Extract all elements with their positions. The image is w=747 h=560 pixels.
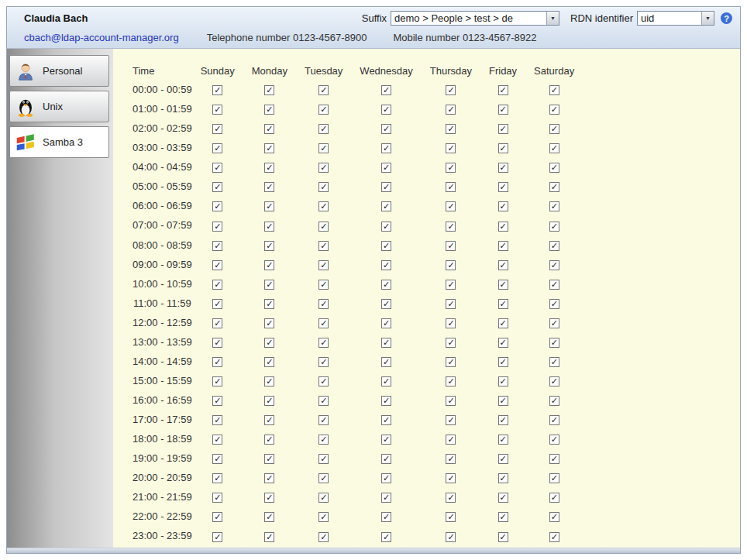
logon-hour-checkbox-thursday-12[interactable] <box>446 318 456 328</box>
logon-hour-checkbox-friday-07[interactable] <box>498 222 508 232</box>
logon-hour-checkbox-saturday-23[interactable] <box>549 532 559 542</box>
logon-hour-checkbox-monday-05[interactable] <box>264 182 274 192</box>
logon-hour-checkbox-sunday-16[interactable] <box>212 396 222 406</box>
logon-hour-checkbox-tuesday-07[interactable] <box>318 222 329 232</box>
logon-hour-checkbox-thursday-15[interactable] <box>446 376 456 387</box>
logon-hour-checkbox-tuesday-16[interactable] <box>318 396 329 406</box>
logon-hour-checkbox-monday-04[interactable] <box>264 163 274 173</box>
logon-hour-checkbox-saturday-01[interactable] <box>549 105 559 115</box>
logon-hour-checkbox-saturday-20[interactable] <box>549 473 559 483</box>
logon-hour-checkbox-thursday-00[interactable] <box>446 85 456 95</box>
logon-hour-checkbox-tuesday-15[interactable] <box>318 376 329 387</box>
logon-hour-checkbox-wednesday-09[interactable] <box>381 260 391 270</box>
logon-hour-checkbox-monday-00[interactable] <box>264 85 274 95</box>
logon-hour-checkbox-sunday-14[interactable] <box>212 357 222 367</box>
logon-hour-checkbox-friday-16[interactable] <box>498 396 508 406</box>
logon-hour-checkbox-thursday-20[interactable] <box>446 473 456 483</box>
logon-hour-checkbox-tuesday-13[interactable] <box>318 338 329 348</box>
logon-hour-checkbox-monday-16[interactable] <box>264 396 274 406</box>
logon-hour-checkbox-monday-15[interactable] <box>264 376 274 387</box>
logon-hour-checkbox-wednesday-14[interactable] <box>381 357 391 367</box>
logon-hour-checkbox-tuesday-17[interactable] <box>318 415 329 425</box>
logon-hour-checkbox-wednesday-08[interactable] <box>381 241 391 251</box>
logon-hour-checkbox-saturday-11[interactable] <box>549 299 559 309</box>
logon-hour-checkbox-wednesday-07[interactable] <box>381 222 391 232</box>
logon-hour-checkbox-sunday-23[interactable] <box>212 532 222 542</box>
logon-hour-checkbox-saturday-19[interactable] <box>549 454 559 464</box>
logon-hour-checkbox-tuesday-19[interactable] <box>318 454 329 464</box>
logon-hour-checkbox-monday-17[interactable] <box>264 415 274 425</box>
logon-hour-checkbox-sunday-17[interactable] <box>212 415 222 425</box>
logon-hour-checkbox-tuesday-21[interactable] <box>318 493 329 503</box>
logon-hour-checkbox-saturday-17[interactable] <box>549 415 559 425</box>
logon-hour-checkbox-saturday-22[interactable] <box>549 512 559 522</box>
logon-hour-checkbox-monday-12[interactable] <box>264 318 274 328</box>
logon-hour-checkbox-friday-21[interactable] <box>498 493 508 503</box>
logon-hour-checkbox-thursday-06[interactable] <box>446 201 456 211</box>
logon-hour-checkbox-tuesday-14[interactable] <box>318 357 329 367</box>
logon-hour-checkbox-monday-07[interactable] <box>264 222 274 232</box>
logon-hour-checkbox-monday-11[interactable] <box>264 299 274 309</box>
logon-hour-checkbox-monday-10[interactable] <box>264 280 274 290</box>
logon-hour-checkbox-friday-06[interactable] <box>498 201 508 211</box>
logon-hour-checkbox-friday-04[interactable] <box>498 163 508 173</box>
logon-hour-checkbox-saturday-07[interactable] <box>549 222 559 232</box>
logon-hour-checkbox-sunday-15[interactable] <box>212 376 222 387</box>
logon-hour-checkbox-wednesday-23[interactable] <box>381 532 391 542</box>
logon-hour-checkbox-wednesday-15[interactable] <box>381 376 391 387</box>
logon-hour-checkbox-thursday-04[interactable] <box>446 163 456 173</box>
logon-hour-checkbox-friday-01[interactable] <box>498 105 508 115</box>
logon-hour-checkbox-saturday-09[interactable] <box>549 260 559 270</box>
logon-hour-checkbox-sunday-05[interactable] <box>212 182 222 192</box>
logon-hour-checkbox-tuesday-06[interactable] <box>318 201 329 211</box>
logon-hour-checkbox-sunday-07[interactable] <box>212 222 222 232</box>
logon-hour-checkbox-wednesday-19[interactable] <box>381 454 391 464</box>
logon-hour-checkbox-saturday-05[interactable] <box>549 182 559 192</box>
logon-hour-checkbox-thursday-17[interactable] <box>446 415 456 425</box>
logon-hour-checkbox-monday-02[interactable] <box>264 124 274 134</box>
logon-hour-checkbox-tuesday-10[interactable] <box>318 280 329 290</box>
logon-hour-checkbox-monday-14[interactable] <box>264 357 274 367</box>
logon-hour-checkbox-sunday-11[interactable] <box>212 299 222 309</box>
logon-hour-checkbox-sunday-03[interactable] <box>212 143 222 153</box>
logon-hour-checkbox-thursday-01[interactable] <box>446 105 456 115</box>
logon-hour-checkbox-wednesday-00[interactable] <box>381 85 391 95</box>
logon-hour-checkbox-saturday-08[interactable] <box>549 241 559 251</box>
logon-hour-checkbox-monday-22[interactable] <box>264 512 274 522</box>
logon-hour-checkbox-sunday-06[interactable] <box>212 201 222 211</box>
logon-hour-checkbox-monday-06[interactable] <box>264 201 274 211</box>
logon-hour-checkbox-thursday-02[interactable] <box>446 124 456 134</box>
logon-hour-checkbox-sunday-02[interactable] <box>212 124 222 134</box>
logon-hour-checkbox-monday-19[interactable] <box>264 454 274 464</box>
logon-hour-checkbox-thursday-18[interactable] <box>446 435 456 445</box>
logon-hour-checkbox-saturday-02[interactable] <box>549 124 559 134</box>
logon-hour-checkbox-thursday-21[interactable] <box>446 493 456 503</box>
tab-samba3[interactable]: Samba 3 <box>9 126 109 158</box>
logon-hour-checkbox-wednesday-11[interactable] <box>381 299 391 309</box>
logon-hour-checkbox-thursday-19[interactable] <box>446 454 456 464</box>
logon-hour-checkbox-saturday-03[interactable] <box>549 143 559 153</box>
logon-hour-checkbox-saturday-00[interactable] <box>549 85 559 95</box>
logon-hour-checkbox-friday-08[interactable] <box>498 241 508 251</box>
logon-hour-checkbox-tuesday-02[interactable] <box>318 124 329 134</box>
logon-hour-checkbox-thursday-05[interactable] <box>446 182 456 192</box>
logon-hour-checkbox-saturday-13[interactable] <box>549 338 559 348</box>
logon-hour-checkbox-friday-15[interactable] <box>498 376 508 387</box>
logon-hour-checkbox-thursday-23[interactable] <box>446 532 456 542</box>
logon-hour-checkbox-sunday-10[interactable] <box>212 280 222 290</box>
suffix-select[interactable]: demo > People > test > de ▼ <box>391 11 559 26</box>
logon-hour-checkbox-thursday-13[interactable] <box>446 338 456 348</box>
logon-hour-checkbox-friday-05[interactable] <box>498 182 508 192</box>
logon-hour-checkbox-wednesday-10[interactable] <box>381 280 391 290</box>
logon-hour-checkbox-wednesday-17[interactable] <box>381 415 391 425</box>
logon-hour-checkbox-sunday-20[interactable] <box>212 473 222 483</box>
logon-hour-checkbox-saturday-04[interactable] <box>549 163 559 173</box>
logon-hour-checkbox-thursday-16[interactable] <box>446 396 456 406</box>
logon-hour-checkbox-wednesday-05[interactable] <box>381 182 391 192</box>
logon-hour-checkbox-wednesday-03[interactable] <box>381 143 391 153</box>
logon-hour-checkbox-friday-20[interactable] <box>498 473 508 483</box>
logon-hour-checkbox-wednesday-02[interactable] <box>381 124 391 134</box>
logon-hour-checkbox-thursday-07[interactable] <box>446 222 456 232</box>
logon-hour-checkbox-saturday-21[interactable] <box>549 493 559 503</box>
logon-hour-checkbox-friday-23[interactable] <box>498 532 508 542</box>
